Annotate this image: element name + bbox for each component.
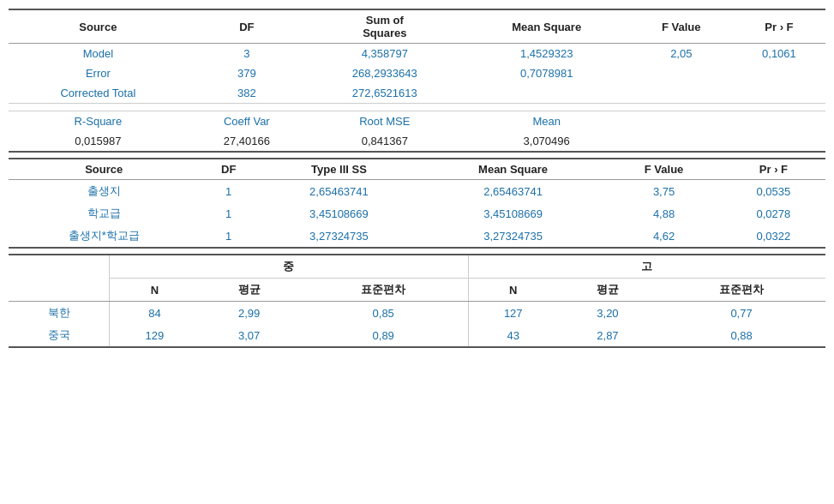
s2-row-interaction: 출생지*학교급 1 3,27324735 3,27324735 4,62 0,0… <box>9 225 825 248</box>
s1-error-pr <box>733 63 825 83</box>
s3-group2-header: 고 <box>468 255 825 279</box>
s3-nk-avg2: 3,20 <box>558 302 657 325</box>
s1-error-ss: 268,2933643 <box>306 63 464 83</box>
s2-school-source: 학교급 <box>9 202 199 225</box>
s3-nk-n1: 84 <box>110 302 200 325</box>
s3-row-northkorea: 북한 84 2,99 0,85 127 3,20 0,77 <box>9 302 825 325</box>
s3-n1-header: N <box>110 279 200 302</box>
s1-col-pr: Pr › F <box>733 9 825 44</box>
s1-col-ss: Sum of Squares <box>306 9 464 44</box>
s1-corrected-ms <box>464 83 630 104</box>
s3-cn-label: 중국 <box>9 324 110 347</box>
s3-cn-avg2: 2,87 <box>558 324 657 347</box>
section2-header-row: Source DF Type III SS Mean Square F Valu… <box>9 159 825 180</box>
s1-empty1 <box>630 111 733 132</box>
s3-cn-n2: 43 <box>468 324 558 347</box>
s1-empty3 <box>630 131 733 152</box>
s2-birthplace-pr: 0,0535 <box>722 180 825 203</box>
s3-cn-sd1: 0,89 <box>299 324 468 347</box>
s2-school-df: 1 <box>199 202 258 225</box>
s2-interaction-fval: 4,62 <box>606 225 722 248</box>
section3-group-header: 중 고 <box>9 255 825 279</box>
s3-nk-label: 북한 <box>9 302 110 325</box>
s3-avg2-header: 평균 <box>558 279 657 302</box>
s3-sd2-header: 표준편차 <box>657 279 825 302</box>
s2-school-pr: 0,0278 <box>722 202 825 225</box>
s1-coeffvar-label: Coeff Var <box>188 111 306 132</box>
s1-error-fval <box>630 63 733 83</box>
s1-row-error: Error 379 268,2933643 0,7078981 <box>9 63 825 83</box>
s1-model-df: 3 <box>188 44 306 64</box>
s3-nk-avg1: 2,99 <box>199 302 298 325</box>
s1-col-fval: F Value <box>630 9 733 44</box>
s1-corrected-pr <box>733 83 825 104</box>
s2-row-birthplace: 출생지 1 2,65463741 2,65463741 3,75 0,0535 <box>9 180 825 203</box>
s1-model-pr: 0,1061 <box>733 44 825 64</box>
s2-school-fval: 4,88 <box>606 202 722 225</box>
s3-sd1-header: 표준편차 <box>299 279 468 302</box>
s1-corrected-fval <box>630 83 733 104</box>
s2-school-ss: 3,45108669 <box>258 202 420 225</box>
s1-col-ms: Mean Square <box>464 9 630 44</box>
section3-table: 중 고 N 평균 표준편차 N 평균 표준편차 북한 84 2,99 0,85 … <box>9 254 825 348</box>
s1-mean-label: Mean <box>464 111 630 132</box>
section2-table: Source DF Type III SS Mean Square F Valu… <box>9 158 825 249</box>
s1-mean-val: 3,070496 <box>464 131 630 152</box>
s2-interaction-ss: 3,27324735 <box>258 225 420 248</box>
s2-col-ss: Type III SS <box>258 159 420 180</box>
s1-spacer <box>9 104 825 111</box>
s3-cn-avg1: 3,07 <box>199 324 298 347</box>
s1-empty2 <box>733 111 825 132</box>
s1-rsquare-val: 0,015987 <box>9 131 188 152</box>
s3-row-china: 중국 129 3,07 0,89 43 2,87 0,88 <box>9 324 825 347</box>
section1-header-row: Source DF Sum of Squares Mean Square F V… <box>9 9 825 44</box>
s1-rsquare-label: R-Square <box>9 111 188 132</box>
s1-model-ms: 1,4529323 <box>464 44 630 64</box>
s1-model-ss: 4,358797 <box>306 44 464 64</box>
s1-model-fval: 2,05 <box>630 44 733 64</box>
s3-avg1-header: 평균 <box>199 279 298 302</box>
s3-nk-sd2: 0,77 <box>657 302 825 325</box>
s2-col-fval: F Value <box>606 159 722 180</box>
s2-interaction-ms: 3,27324735 <box>420 225 606 248</box>
s1-empty4 <box>733 131 825 152</box>
s3-empty-header <box>9 255 110 302</box>
s1-coeffvar-val: 27,40166 <box>188 131 306 152</box>
s1-corrected-source: Corrected Total <box>9 83 188 104</box>
s2-col-ms: Mean Square <box>420 159 606 180</box>
s2-birthplace-df: 1 <box>199 180 258 203</box>
s2-col-pr: Pr › F <box>722 159 825 180</box>
s1-stats-values: 0,015987 27,40166 0,841367 3,070496 <box>9 131 825 152</box>
s1-row-corrected: Corrected Total 382 272,6521613 <box>9 83 825 104</box>
s1-row-model: Model 3 4,358797 1,4529323 2,05 0,1061 <box>9 44 825 64</box>
s1-model-source: Model <box>9 44 188 64</box>
section1-table: Source DF Sum of Squares Mean Square F V… <box>9 9 825 153</box>
s1-error-ms: 0,7078981 <box>464 63 630 83</box>
s3-nk-sd1: 0,85 <box>299 302 468 325</box>
s2-col-df: DF <box>199 159 258 180</box>
s1-stats-labels: R-Square Coeff Var Root MSE Mean <box>9 111 825 132</box>
s3-cn-sd2: 0,88 <box>657 324 825 347</box>
s3-nk-n2: 127 <box>468 302 558 325</box>
s3-n2-header: N <box>468 279 558 302</box>
s2-birthplace-ms: 2,65463741 <box>420 180 606 203</box>
s1-corrected-df: 382 <box>188 83 306 104</box>
s1-error-df: 379 <box>188 63 306 83</box>
s2-birthplace-fval: 3,75 <box>606 180 722 203</box>
s1-rootmse-label: Root MSE <box>306 111 464 132</box>
s2-interaction-source: 출생지*학교급 <box>9 225 199 248</box>
section3-sub-header: N 평균 표준편차 N 평균 표준편차 <box>9 279 825 302</box>
s1-error-source: Error <box>9 63 188 83</box>
s2-interaction-pr: 0,0322 <box>722 225 825 248</box>
s2-row-school: 학교급 1 3,45108669 3,45108669 4,88 0,0278 <box>9 202 825 225</box>
s3-group1-header: 중 <box>110 255 468 279</box>
s1-rootmse-val: 0,841367 <box>306 131 464 152</box>
s1-col-df: DF <box>188 9 306 44</box>
s2-birthplace-source: 출생지 <box>9 180 199 203</box>
s3-cn-n1: 129 <box>110 324 200 347</box>
s2-birthplace-ss: 2,65463741 <box>258 180 420 203</box>
s2-school-ms: 3,45108669 <box>420 202 606 225</box>
s1-col-source: Source <box>9 9 188 44</box>
s2-interaction-df: 1 <box>199 225 258 248</box>
s2-col-source: Source <box>9 159 199 180</box>
